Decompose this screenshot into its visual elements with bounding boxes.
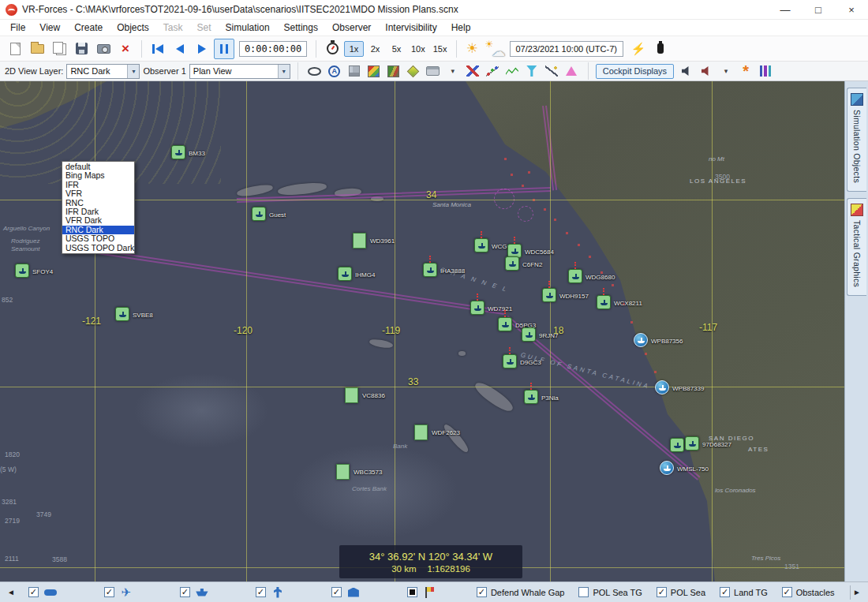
- speed-15x[interactable]: 15x: [430, 41, 451, 57]
- filter-land-tg-checkbox[interactable]: ✓: [720, 587, 730, 597]
- urban-buildings-button[interactable]: [345, 62, 364, 80]
- menu-objects[interactable]: Objects: [110, 21, 156, 35]
- entity-marker[interactable]: WCX8211: [597, 295, 611, 309]
- menu-intervisibility[interactable]: Intervisibility: [378, 21, 443, 35]
- entity-marker[interactable]: 97D68327: [685, 436, 699, 451]
- filter-pol-sea-tg-checkbox[interactable]: [578, 587, 589, 597]
- speed-2x[interactable]: 2x: [365, 41, 385, 57]
- filter-scroll-right[interactable]: ►: [851, 588, 863, 596]
- pause-button[interactable]: [214, 39, 234, 59]
- save-button[interactable]: [71, 39, 92, 59]
- entity-marker[interactable]: IHA3888: [423, 263, 437, 277]
- menu-simulation[interactable]: Simulation: [219, 21, 277, 35]
- filter-ground-vehicles-checkbox[interactable]: ✓: [28, 587, 39, 597]
- entity-marker[interactable]: WPB87339: [655, 380, 669, 394]
- filter-personnel-checkbox[interactable]: ✓: [256, 587, 266, 597]
- clock-settings-button[interactable]: [322, 39, 342, 59]
- close-button[interactable]: ×: [835, 0, 868, 20]
- combo-arrow-icon[interactable]: ▼: [127, 65, 139, 78]
- plot-history-button[interactable]: [503, 62, 522, 80]
- menu-file[interactable]: File: [3, 21, 32, 35]
- entity-marker[interactable]: Guest: [252, 207, 266, 221]
- entity-marker[interactable]: SVBE8: [115, 307, 129, 321]
- heatmap-layer-button[interactable]: [365, 62, 383, 80]
- layer-option-usgs-topo-dark[interactable]: USGS TOPO Dark: [62, 244, 134, 252]
- entity-marker[interactable]: 9RJN7: [522, 327, 536, 342]
- snapshot-button[interactable]: [93, 39, 114, 59]
- menu-observer[interactable]: Observer: [325, 21, 378, 35]
- datetime-display[interactable]: 07/23/2021 10:00 (UTC-7): [510, 41, 623, 57]
- new-scenario-button[interactable]: [5, 39, 25, 59]
- route-tool-button[interactable]: [463, 62, 482, 80]
- ambient-sound-button[interactable]: [697, 62, 716, 80]
- entity-marker[interactable]: D5PG3: [498, 317, 512, 331]
- filter-obstacles-checkbox[interactable]: ✓: [782, 587, 792, 597]
- filter-pol-sea-checkbox[interactable]: ✓: [657, 587, 667, 597]
- duplicate-button[interactable]: [49, 39, 69, 59]
- sound-button[interactable]: [677, 62, 696, 80]
- combo-arrow-icon[interactable]: ▼: [278, 65, 290, 78]
- elevation-layer-button[interactable]: [404, 62, 423, 80]
- rewind-button[interactable]: [148, 39, 168, 59]
- observer-combobox[interactable]: Plan View ▼: [189, 64, 290, 79]
- sensor-line-button[interactable]: [542, 62, 561, 80]
- entity-marker[interactable]: WBC3573: [336, 464, 350, 480]
- entity-marker[interactable]: WD3961: [353, 233, 366, 249]
- entity-marker[interactable]: BM33: [171, 145, 185, 159]
- entity-marker[interactable]: [670, 438, 684, 452]
- open-scenario-button[interactable]: [27, 39, 47, 59]
- charts-window-button[interactable]: [756, 62, 775, 80]
- entity-marker[interactable]: WDH9157: [542, 288, 556, 302]
- entity-marker[interactable]: WD7921: [470, 301, 485, 315]
- menu-settings[interactable]: Settings: [277, 21, 325, 35]
- entity-marker[interactable]: WDG8680: [568, 269, 582, 283]
- menu-help[interactable]: Help: [444, 21, 478, 35]
- time-of-day-button[interactable]: ☀: [462, 39, 483, 59]
- zoom-region-button[interactable]: [305, 62, 324, 80]
- entity-marker[interactable]: WCG6: [474, 238, 488, 252]
- weather-button[interactable]: ☀ ☁: [485, 39, 505, 59]
- speed-10x[interactable]: 10x: [408, 41, 428, 57]
- filter-buildings-checkbox[interactable]: ✓: [331, 587, 342, 597]
- speed-5x[interactable]: 5x: [387, 41, 406, 57]
- entity-marker[interactable]: VC8836: [345, 387, 358, 403]
- funnel-tool-button[interactable]: [522, 62, 541, 80]
- print-options-arrow-button[interactable]: ▾: [443, 62, 462, 80]
- filter-aircraft-checkbox[interactable]: ✓: [104, 587, 114, 597]
- sector-tool-button[interactable]: [562, 62, 581, 80]
- detonation-effects-button[interactable]: *: [736, 62, 755, 80]
- speed-1x[interactable]: 1x: [344, 41, 364, 57]
- print-map-button[interactable]: [424, 62, 443, 80]
- filter-defend-whale-gap-checkbox[interactable]: ✓: [477, 587, 487, 597]
- maximize-button[interactable]: □: [802, 0, 835, 20]
- entity-marker[interactable]: P3Nia: [524, 390, 538, 404]
- play-button[interactable]: [192, 39, 212, 59]
- map-viewport[interactable]: 34° 36.92' N 120° 34.34' W 30 km 1:16281…: [0, 81, 844, 581]
- layer-option-vfr[interactable]: VFR: [62, 189, 134, 198]
- imagery-layer-button[interactable]: [384, 62, 403, 80]
- smoke-effects-button[interactable]: [650, 39, 671, 59]
- filter-tactical-graphics-checkbox[interactable]: [407, 587, 417, 597]
- delete-button[interactable]: ×: [115, 39, 136, 59]
- cockpit-displays-button[interactable]: Cockpit Displays: [596, 64, 674, 79]
- entity-marker[interactable]: C6FN2: [505, 256, 519, 271]
- attach-observer-button[interactable]: A: [325, 62, 344, 80]
- entity-marker[interactable]: IHMG4: [338, 267, 352, 281]
- entity-marker[interactable]: WMSL-750: [660, 461, 674, 475]
- filter-scroll-left[interactable]: ◄: [5, 588, 17, 596]
- layer-combobox[interactable]: RNC Dark ▼: [66, 64, 140, 79]
- lightning-button[interactable]: ⚡: [628, 39, 649, 59]
- entity-marker[interactable]: WPB87356: [634, 333, 648, 347]
- tab-tactical-graphics[interactable]: Tactical Graphics: [847, 198, 866, 296]
- path-tool-button[interactable]: [483, 62, 502, 80]
- menu-view[interactable]: View: [32, 21, 67, 35]
- entity-marker[interactable]: D9GC3: [503, 354, 517, 368]
- menu-create[interactable]: Create: [67, 21, 110, 35]
- filter-ships-checkbox[interactable]: ✓: [180, 587, 190, 597]
- layer-option-usgs-topo[interactable]: USGS TOPO: [62, 234, 134, 243]
- sound-options-arrow-button[interactable]: ▾: [716, 62, 735, 80]
- entity-marker[interactable]: WDF2623: [414, 424, 428, 440]
- step-back-button[interactable]: [170, 39, 190, 59]
- minimize-button[interactable]: —: [769, 0, 802, 20]
- tab-simulation-objects[interactable]: Simulation Objects: [847, 88, 866, 192]
